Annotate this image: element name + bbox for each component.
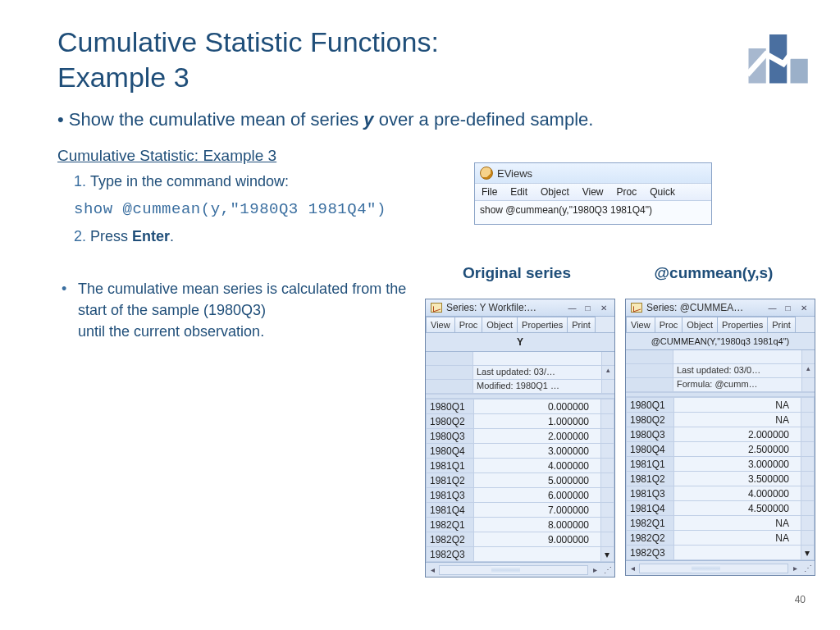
page-number: 40 bbox=[795, 594, 806, 605]
menu-quick[interactable]: Quick bbox=[643, 184, 682, 200]
row-label: 1982Q3 bbox=[427, 547, 474, 562]
table-row: 1981Q23.500000 bbox=[627, 472, 815, 486]
row-value: 4.500000 bbox=[674, 501, 801, 516]
scroll-right-icon[interactable]: ▸ bbox=[788, 564, 801, 573]
row-value: 4.000000 bbox=[674, 486, 801, 501]
row-label: 1981Q3 bbox=[427, 488, 474, 503]
table-row: 1981Q34.000000 bbox=[627, 486, 815, 501]
scroll-right-icon[interactable]: ▸ bbox=[588, 565, 601, 574]
tab-object[interactable]: Object bbox=[482, 317, 518, 332]
command-line[interactable]: show @cummean(y,"1980Q3 1981Q4") bbox=[475, 201, 711, 224]
minimize-icon[interactable]: — bbox=[566, 303, 578, 313]
series-pane-y: Series: Y Workfile:… — □ ✕ View Proc Obj… bbox=[425, 299, 615, 578]
scroll-gutter[interactable] bbox=[601, 459, 614, 473]
scroll-gutter[interactable]: ▾ bbox=[601, 547, 614, 562]
scroll-gutter[interactable] bbox=[601, 399, 614, 414]
step-2: Press Enter. bbox=[90, 228, 807, 245]
row-label: 1980Q1 bbox=[627, 398, 674, 413]
close-icon[interactable]: ✕ bbox=[797, 303, 810, 313]
table-row: 1982Q1NA bbox=[627, 516, 815, 531]
pane-titlebar[interactable]: Series: @CUMMEA… — □ ✕ bbox=[626, 299, 815, 317]
tab-view[interactable]: View bbox=[626, 317, 655, 332]
scroll-gutter[interactable] bbox=[601, 532, 614, 547]
row-value: NA bbox=[674, 413, 801, 427]
scroll-up-icon[interactable]: ▴ bbox=[601, 366, 614, 379]
scroll-gutter[interactable] bbox=[801, 398, 815, 413]
row-label: 1982Q1 bbox=[427, 518, 474, 532]
row-label: 1982Q1 bbox=[627, 516, 674, 531]
pane-toolbar[interactable]: View Proc Object Properties Print bbox=[626, 317, 815, 333]
hscrollbar[interactable]: ◂ ▸ ⋰ bbox=[426, 562, 614, 577]
scroll-gutter[interactable] bbox=[601, 518, 614, 532]
table-row: 1982Q29.000000 bbox=[427, 532, 614, 547]
scroll-up-icon[interactable]: ▴ bbox=[801, 364, 815, 377]
table-row: 1982Q18.000000 bbox=[427, 518, 614, 532]
tab-proc[interactable]: Proc bbox=[454, 317, 483, 332]
eviews-menubar[interactable]: File Edit Object View Proc Quick bbox=[475, 183, 711, 201]
row-label: 1981Q2 bbox=[427, 473, 474, 488]
hscrollbar[interactable]: ◂ ▸ ⋰ bbox=[626, 560, 815, 575]
scroll-gutter[interactable] bbox=[601, 488, 614, 503]
menu-edit[interactable]: Edit bbox=[504, 184, 534, 200]
row-label: 1982Q3 bbox=[627, 546, 674, 560]
resize-grip-icon[interactable]: ⋰ bbox=[601, 565, 614, 574]
series-pane-cummean: Series: @CUMMEA… — □ ✕ View Proc Object … bbox=[625, 299, 815, 576]
scroll-left-icon[interactable]: ◂ bbox=[426, 565, 439, 574]
row-label: 1981Q3 bbox=[627, 486, 674, 501]
menu-proc[interactable]: Proc bbox=[610, 184, 644, 200]
row-value: 7.000000 bbox=[474, 503, 601, 518]
pane-toolbar[interactable]: View Proc Object Properties Print bbox=[426, 317, 614, 333]
tab-view[interactable]: View bbox=[426, 317, 455, 332]
scroll-gutter[interactable] bbox=[601, 444, 614, 459]
scroll-gutter[interactable] bbox=[601, 414, 614, 429]
table-row: 1981Q44.500000 bbox=[627, 501, 815, 516]
row-value: 2.000000 bbox=[674, 427, 801, 442]
eviews-app-icon bbox=[480, 167, 493, 180]
row-value: 3.500000 bbox=[674, 472, 801, 486]
note-line2: until the current observation. bbox=[78, 323, 264, 340]
tab-properties[interactable]: Properties bbox=[517, 317, 568, 332]
scroll-gutter[interactable] bbox=[801, 413, 815, 427]
svg-rect-2 bbox=[791, 59, 808, 84]
row-label: 1980Q4 bbox=[627, 442, 674, 457]
col-header: @CUMMEAN(Y,"1980q3 1981q4") bbox=[626, 333, 815, 350]
scroll-thumb[interactable] bbox=[801, 378, 815, 391]
scroll-gutter[interactable] bbox=[601, 503, 614, 518]
row-label: 1980Q3 bbox=[427, 429, 474, 444]
scroll-gutter[interactable] bbox=[801, 427, 815, 442]
scroll-gutter[interactable] bbox=[801, 486, 815, 501]
row-value: 2.000000 bbox=[474, 429, 601, 444]
col-header: Y bbox=[426, 333, 614, 352]
scroll-thumb[interactable] bbox=[601, 380, 614, 393]
tab-properties[interactable]: Properties bbox=[717, 317, 768, 332]
table-row: 1982Q3▾ bbox=[627, 546, 815, 560]
scroll-gutter[interactable] bbox=[801, 516, 815, 531]
minimize-icon[interactable]: — bbox=[766, 303, 778, 313]
logo-chart-icon bbox=[742, 21, 811, 90]
maximize-icon[interactable]: □ bbox=[582, 303, 594, 313]
menu-file[interactable]: File bbox=[475, 184, 504, 200]
scroll-gutter[interactable] bbox=[801, 442, 815, 457]
scroll-gutter[interactable] bbox=[601, 473, 614, 488]
row-value: 4.000000 bbox=[474, 459, 601, 473]
menu-view[interactable]: View bbox=[576, 184, 610, 200]
scroll-gutter[interactable] bbox=[801, 472, 815, 486]
pane-titlebar[interactable]: Series: Y Workfile:… — □ ✕ bbox=[426, 299, 614, 317]
scroll-gutter[interactable] bbox=[601, 429, 614, 444]
menu-object[interactable]: Object bbox=[534, 184, 576, 200]
scroll-gutter[interactable] bbox=[801, 531, 815, 546]
scroll-gutter[interactable]: ▾ bbox=[801, 546, 815, 560]
close-icon[interactable]: ✕ bbox=[597, 303, 609, 313]
scroll-gutter[interactable] bbox=[801, 457, 815, 472]
maximize-icon[interactable]: □ bbox=[782, 303, 794, 313]
resize-grip-icon[interactable]: ⋰ bbox=[801, 564, 815, 573]
tab-object[interactable]: Object bbox=[682, 317, 718, 332]
row-value: 2.500000 bbox=[674, 442, 801, 457]
scroll-left-icon[interactable]: ◂ bbox=[626, 564, 639, 573]
row-label: 1980Q1 bbox=[427, 399, 474, 414]
scroll-gutter[interactable] bbox=[801, 501, 815, 516]
tab-proc[interactable]: Proc bbox=[655, 317, 683, 332]
tab-print[interactable]: Print bbox=[767, 317, 796, 332]
tab-print[interactable]: Print bbox=[567, 317, 596, 332]
note-line1: The cumulative mean series is calculated… bbox=[78, 281, 406, 318]
